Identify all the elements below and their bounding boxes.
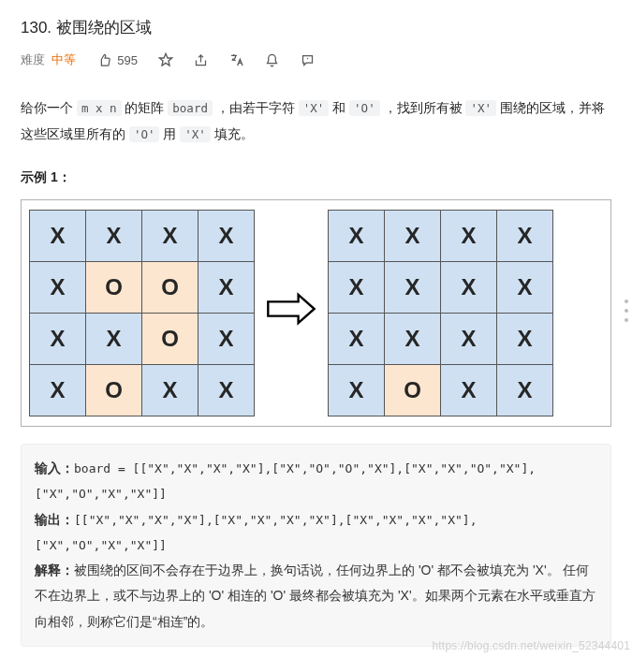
text: 填充。 <box>211 126 254 141</box>
input-label: 输入： <box>35 460 74 475</box>
grid-cell: X <box>198 211 255 262</box>
star-icon[interactable] <box>158 52 173 67</box>
grid-cell: X <box>86 314 142 365</box>
code-x2: 'X' <box>465 100 496 116</box>
grid-cell: X <box>142 365 198 416</box>
grid-cell: O <box>142 262 198 314</box>
grid-cell: X <box>497 262 553 314</box>
grid-cell: X <box>385 211 441 262</box>
grid-cell: X <box>142 211 198 262</box>
text: 的矩阵 <box>122 100 169 115</box>
grid-cell: X <box>30 211 86 262</box>
difficulty-label: 难度 <box>21 52 45 66</box>
difficulty: 难度 中等 <box>21 51 76 68</box>
watermark: https://blog.csdn.net/weixin_52344401 <box>432 639 630 652</box>
code-mxn: m x n <box>77 100 122 116</box>
grid-cell: O <box>86 262 142 314</box>
code-o2: 'O' <box>129 126 160 142</box>
grid-cell: X <box>497 365 553 416</box>
input-line: 输入：board = [["X","X","X","X"],["X","O","… <box>35 456 597 507</box>
grid-cell: X <box>30 314 86 365</box>
grid-cell: X <box>441 211 497 262</box>
meta-row: 难度 中等 595 <box>21 51 611 68</box>
translate-icon[interactable] <box>229 52 244 67</box>
grid-cell: X <box>441 262 497 314</box>
output-code: [["X","X","X","X"],["X","X","X","X"],["X… <box>35 513 477 552</box>
example-heading: 示例 1： <box>21 169 611 186</box>
grid-cell: X <box>441 365 497 416</box>
feedback-icon[interactable] <box>301 52 316 67</box>
input-code: board = [["X","X","X","X"],["X","O","O",… <box>35 461 536 501</box>
example-io: 输入：board = [["X","X","X","X"],["X","O","… <box>21 444 611 647</box>
text: ，找到所有被 <box>380 100 466 115</box>
grid-cell: X <box>30 262 86 314</box>
grid-cell: X <box>329 211 385 262</box>
example-figure: XXXXXOOXXXOXXOXX XXXXXXXXXXXXXOXX <box>21 199 611 427</box>
bell-icon[interactable] <box>265 52 280 67</box>
grid-cell: X <box>329 365 385 416</box>
grid-cell: X <box>198 262 255 314</box>
grid-cell: X <box>497 211 553 262</box>
grid-cell: X <box>329 314 385 365</box>
explain-line: 解释：被围绕的区间不会存在于边界上，换句话说，任何边界上的 'O' 都不会被填充… <box>35 558 597 635</box>
page-title: 130. 被围绕的区域 <box>21 17 611 38</box>
thumb-up-icon <box>96 52 111 67</box>
arrow-icon <box>260 291 322 335</box>
grid-cell: O <box>142 314 198 365</box>
like-count: 595 <box>117 53 138 67</box>
code-board: board <box>168 100 213 116</box>
grid-cell: X <box>329 262 385 314</box>
grid-cell: O <box>86 365 142 416</box>
problem-description: 给你一个 m x n 的矩阵 board ，由若干字符 'X' 和 'O' ，找… <box>21 95 611 147</box>
code-x3: 'X' <box>180 126 211 142</box>
code-o: 'O' <box>349 100 380 116</box>
difficulty-value: 中等 <box>51 52 76 66</box>
grid-cell: X <box>30 365 86 416</box>
explain-text: 被围绕的区间不会存在于边界上，换句话说，任何边界上的 'O' 都不会被填充为 '… <box>35 562 595 629</box>
grid-cell: X <box>497 314 553 365</box>
text: ，由若干字符 <box>213 100 299 115</box>
grid-cell: X <box>86 211 142 262</box>
share-icon[interactable] <box>194 52 209 67</box>
text: 给你一个 <box>21 100 77 115</box>
grid-cell: X <box>198 365 255 416</box>
grid-cell: O <box>385 365 441 416</box>
grid-left: XXXXXOOXXXOXXOXX <box>29 210 255 416</box>
text: 用 <box>159 126 180 141</box>
grid-cell: X <box>385 314 441 365</box>
grid-cell: X <box>198 314 255 365</box>
grid-cell: X <box>385 262 441 314</box>
code-x: 'X' <box>299 100 330 116</box>
grid-right: XXXXXXXXXXXXXOXX <box>328 210 553 416</box>
grid-cell: X <box>441 314 497 365</box>
scroll-hint-icon <box>625 299 628 322</box>
explain-label: 解释： <box>35 562 74 577</box>
output-line: 输出：[["X","X","X","X"],["X","X","X","X"],… <box>35 507 597 559</box>
text: 和 <box>329 100 349 115</box>
like-button[interactable]: 595 <box>96 52 138 67</box>
output-label: 输出： <box>35 512 74 527</box>
